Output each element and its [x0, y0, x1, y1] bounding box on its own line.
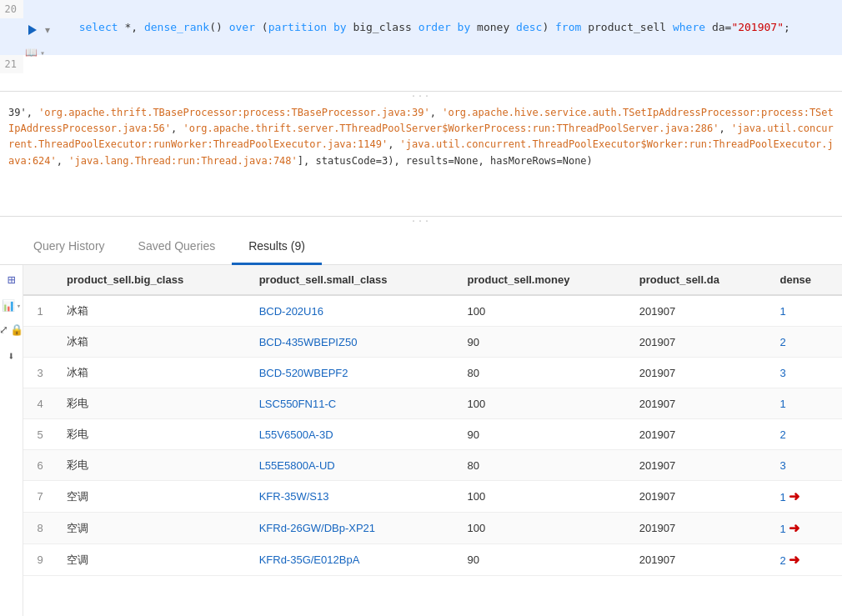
line-number-21: 21 — [0, 55, 23, 73]
cell-dense: 3 — [769, 450, 842, 481]
cell-rownum: 3 — [23, 358, 57, 388]
view-chevron: ▾ — [40, 48, 45, 58]
cell-da: 201907 — [629, 388, 770, 419]
cell-big-class: 空调 — [57, 513, 249, 544]
cell-big-class: 冰箱 — [57, 358, 249, 388]
download-icon[interactable]: ⬇ — [8, 349, 14, 363]
col-rownum — [23, 265, 57, 295]
editor-section: 20 select *, dense_rank() over (partitio… — [0, 0, 842, 92]
cell-da: 201907 — [629, 327, 770, 358]
tab-query-history[interactable]: Query History — [17, 229, 122, 265]
expand-icon[interactable]: ⤢ — [0, 323, 8, 336]
cell-rownum: 5 — [23, 419, 57, 450]
book-icon[interactable]: 📖 — [25, 47, 38, 58]
cell-money: 100 — [458, 481, 629, 513]
main-layout: 20 select *, dense_rank() over (partitio… — [0, 0, 842, 616]
cell-small-class[interactable]: KFRd-35G/E012BpA — [249, 544, 458, 576]
table-row: 5彩电L55V6500A-3D902019072 — [23, 419, 842, 450]
cell-big-class: 空调 — [57, 481, 249, 513]
play-button[interactable] — [25, 23, 40, 37]
cell-rownum: 1 — [23, 295, 57, 327]
cell-da: 201907 — [629, 513, 770, 544]
table-row: 7空调KFR-35W/S131002019071 ➜ — [23, 481, 842, 513]
cell-small-class[interactable]: BCD-435WBEPIZ50 — [249, 327, 458, 358]
col-money[interactable]: product_sell.money — [458, 265, 629, 295]
cell-small-class[interactable]: KFR-35W/S13 — [249, 481, 458, 513]
cell-big-class: 空调 — [57, 544, 249, 576]
cell-dense: 1 ➜ — [769, 481, 842, 513]
line-content-21[interactable] — [23, 55, 842, 73]
cell-money: 100 — [458, 388, 629, 419]
cell-dense: 1 ➜ — [769, 513, 842, 544]
lock-expand-group: ⤢ 🔒 — [0, 323, 23, 336]
cell-small-class[interactable]: L55E5800A-UD — [249, 450, 458, 481]
cell-money: 90 — [458, 419, 629, 450]
cell-rownum: 4 — [23, 388, 57, 419]
error-section: 39', 'org.apache.thrift.TBaseProcessor:p… — [0, 100, 842, 217]
table-row: 4彩电LSC550FN11-C1002019071 — [23, 388, 842, 419]
cell-da: 201907 — [629, 450, 770, 481]
play-label: ▾ — [45, 24, 50, 36]
cell-small-class[interactable]: BCD-202U16 — [249, 295, 458, 327]
cell-da: 201907 — [629, 358, 770, 388]
error-text: 39', 'org.apache.thrift.TBaseProcessor:p… — [0, 100, 842, 174]
cell-rownum: 6 — [23, 450, 57, 481]
cell-small-class[interactable]: L55V6500A-3D — [249, 419, 458, 450]
table-header-row: product_sell.big_class product_sell.smal… — [23, 265, 842, 295]
cell-small-class[interactable]: KFRd-26GW/DBp-XP21 — [249, 513, 458, 544]
code-line-21: 21 — [0, 55, 842, 73]
table-row: 9空调KFRd-35G/E012BpA902019072 ➜ — [23, 544, 842, 576]
cell-money: 90 — [458, 327, 629, 358]
col-big-class[interactable]: product_sell.big_class — [57, 265, 249, 295]
chart-dropdown[interactable]: 📊 ▾ — [2, 299, 21, 312]
view-toggle: 📖 ▾ — [25, 47, 45, 58]
cell-money: 80 — [458, 358, 629, 388]
cell-dense: 2 — [769, 327, 842, 358]
grid-icon[interactable]: ⊞ — [8, 272, 16, 288]
cell-money: 100 — [458, 513, 629, 544]
cell-dense: 3 — [769, 358, 842, 388]
cell-rownum: 8 — [23, 513, 57, 544]
col-da[interactable]: product_sell.da — [629, 265, 770, 295]
cell-rownum: 7 — [23, 481, 57, 513]
table-row: 6彩电L55E5800A-UD802019073 — [23, 450, 842, 481]
cell-big-class: 彩电 — [57, 419, 249, 450]
cell-da: 201907 — [629, 295, 770, 327]
cell-da: 201907 — [629, 419, 770, 450]
cell-big-class: 冰箱 — [57, 327, 249, 358]
drag-handle-1[interactable]: ··· — [0, 92, 842, 100]
cell-small-class[interactable]: LSC550FN11-C — [249, 388, 458, 419]
cell-small-class[interactable]: BCD-520WBEPF2 — [249, 358, 458, 388]
tabs-bar: Query History Saved Queries Results (9) — [0, 225, 842, 265]
chart-icon: 📊 — [2, 299, 15, 312]
cell-money: 100 — [458, 295, 629, 327]
table-row: 1冰箱BCD-202U161002019071 — [23, 295, 842, 327]
cell-da: 201907 — [629, 481, 770, 513]
play-icon — [28, 25, 37, 35]
cell-money: 80 — [458, 450, 629, 481]
drag-handle-2[interactable]: ··· — [0, 217, 842, 225]
play-area: ▾ — [25, 23, 50, 37]
cell-da: 201907 — [629, 544, 770, 576]
editor-toolbar — [0, 0, 7, 3]
cell-dense: 1 — [769, 388, 842, 419]
cell-big-class: 冰箱 — [57, 295, 249, 327]
table-body: 1冰箱BCD-202U161002019071冰箱BCD-435WBEPIZ50… — [23, 295, 842, 576]
cell-money: 90 — [458, 544, 629, 576]
tab-results[interactable]: Results (9) — [232, 229, 322, 265]
table-row: 8空调KFRd-26GW/DBp-XP211002019071 ➜ — [23, 513, 842, 544]
results-table-container: product_sell.big_class product_sell.smal… — [23, 265, 842, 616]
chart-chevron: ▾ — [17, 302, 21, 310]
cell-dense: 1 — [769, 295, 842, 327]
tab-saved-queries[interactable]: Saved Queries — [122, 229, 233, 265]
arrow-icon: ➜ — [789, 553, 799, 567]
cell-dense: 2 ➜ — [769, 544, 842, 576]
cell-rownum — [23, 327, 57, 358]
line-content-20[interactable]: select *, dense_rank() over (partition b… — [23, 0, 842, 55]
col-dense[interactable]: dense — [769, 265, 842, 295]
table-row: 3冰箱BCD-520WBEPF2802019073 — [23, 358, 842, 388]
lock-icon[interactable]: 🔒 — [10, 323, 23, 336]
arrow-icon: ➜ — [789, 489, 799, 503]
cell-big-class: 彩电 — [57, 388, 249, 419]
col-small-class[interactable]: product_sell.small_class — [249, 265, 458, 295]
